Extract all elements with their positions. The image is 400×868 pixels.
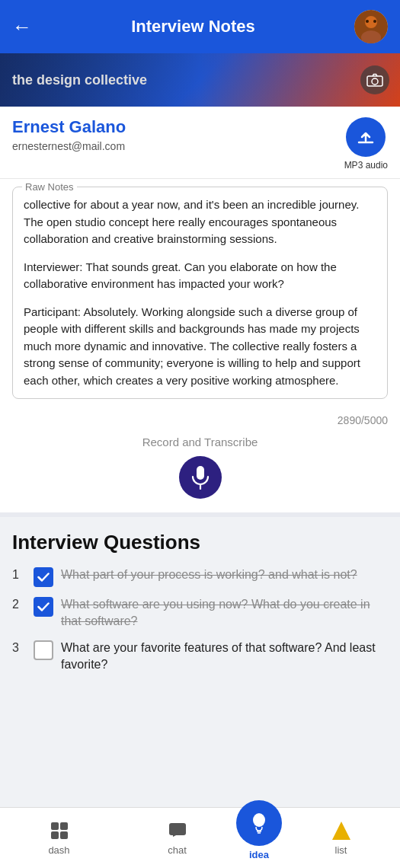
record-label: Record and Transcribe (142, 436, 258, 448)
nav-item-chat[interactable]: chat (118, 820, 236, 856)
question-num-1: 1 (12, 568, 26, 582)
raw-notes-box[interactable]: Raw Notes collective for about a year no… (12, 187, 388, 399)
checkbox-3[interactable] (34, 640, 53, 660)
back-button[interactable]: ← (12, 15, 32, 39)
question-text-2: What software are you using now? What do… (61, 596, 388, 630)
person-name: Ernest Galano (12, 117, 126, 137)
nav-label-list: list (335, 844, 347, 856)
notes-paragraph-3: Participant: Absolutely. Working alongsi… (24, 304, 376, 390)
person-email: ernesternest@mail.com (12, 140, 126, 152)
upload-label: MP3 audio (344, 160, 388, 171)
svg-rect-10 (60, 822, 68, 830)
svg-point-14 (253, 813, 265, 827)
svg-point-4 (373, 20, 376, 23)
question-item-1: 1 What part of your process is working? … (12, 566, 388, 587)
upload-button[interactable]: MP3 audio (344, 117, 388, 171)
nav-label-dash: dash (48, 844, 69, 856)
avatar[interactable] (354, 10, 388, 43)
svg-rect-9 (51, 822, 59, 830)
raw-notes-label: Raw Notes (22, 180, 77, 195)
question-text-1: What part of your process is working? an… (61, 566, 357, 583)
raw-notes-container: Raw Notes collective for about a year no… (0, 179, 400, 410)
svg-marker-17 (332, 822, 350, 840)
checkbox-2[interactable] (34, 597, 53, 617)
camera-button[interactable] (360, 65, 389, 94)
questions-title: Interview Questions (12, 531, 388, 554)
nav-item-idea[interactable]: idea (236, 815, 282, 860)
question-text-3: What are your favorite features of that … (61, 640, 388, 674)
svg-point-3 (366, 20, 369, 23)
record-section: Record and Transcribe (0, 429, 400, 517)
char-count: 2890/5000 (0, 410, 400, 429)
svg-rect-7 (197, 466, 204, 480)
question-item-3: 3 What are your favorite features of tha… (12, 640, 388, 674)
checkbox-1[interactable] (34, 567, 53, 587)
svg-rect-13 (169, 823, 186, 835)
banner-text: the design collective (12, 72, 147, 88)
header: ← Interview Notes (0, 0, 400, 53)
notes-paragraph-2: Interviewer: That sounds great. Can you … (24, 259, 376, 293)
questions-section: Interview Questions 1 What part of your … (0, 517, 400, 744)
nav-label-chat: chat (168, 844, 187, 856)
person-section: Ernest Galano ernesternest@mail.com MP3 … (0, 107, 400, 179)
svg-rect-11 (51, 831, 59, 839)
nav-item-list[interactable]: list (282, 820, 400, 856)
svg-rect-12 (60, 831, 68, 839)
notes-paragraph-1: collective for about a year now, and it'… (24, 196, 376, 248)
nav-item-dash[interactable]: dash (0, 820, 118, 856)
svg-point-6 (372, 78, 378, 85)
question-num-2: 2 (12, 598, 26, 611)
idea-center-button[interactable] (236, 800, 282, 846)
banner: the design collective (0, 53, 400, 107)
nav-label-idea: idea (249, 849, 269, 860)
bottom-nav: dash chat idea list (0, 807, 400, 868)
upload-circle (346, 117, 386, 157)
question-item-2: 2 What software are you using now? What … (12, 596, 388, 630)
question-num-3: 3 (12, 641, 26, 655)
page-title: Interview Notes (131, 17, 255, 37)
mic-button[interactable] (179, 456, 222, 499)
